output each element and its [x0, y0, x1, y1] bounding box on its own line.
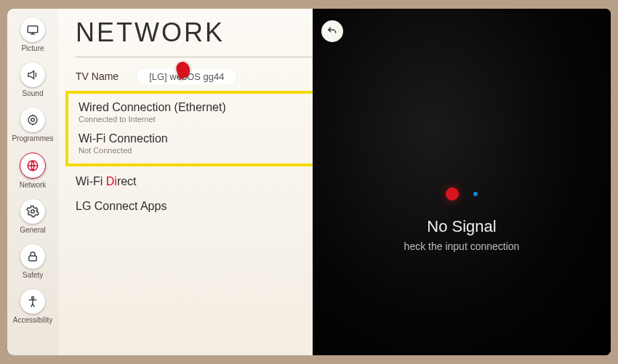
wired-connection-item[interactable]: Wired Connection (Ethernet) Connected to… — [79, 98, 327, 129]
wifi-direct-item[interactable]: Wi-Fi Direct — [76, 169, 330, 194]
svg-rect-0 — [28, 26, 38, 33]
wifi-connection-status: Not Connected — [79, 146, 327, 155]
general-icon — [20, 199, 45, 224]
lock-icon — [20, 244, 45, 269]
blue-dot-icon — [473, 192, 478, 196]
wifi-connection-item[interactable]: Wi-Fi Connection Not Connected — [79, 129, 327, 161]
sidebar-item-picture[interactable]: Picture — [11, 17, 55, 55]
sidebar-item-safety[interactable]: Safety — [11, 244, 55, 282]
wifi-direct-accent: Di — [106, 175, 117, 187]
sidebar-item-label: General — [20, 226, 46, 234]
sidebar-item-programmes[interactable]: Programmes — [11, 108, 55, 145]
video-backdrop: No Signal heck the input connection — [313, 9, 611, 355]
settings-sidebar: Picture Sound Programmes — [7, 9, 58, 355]
sidebar-item-label: Safety — [23, 271, 43, 279]
sidebar-item-general[interactable]: General — [11, 199, 55, 237]
highlight-box: Wired Connection (Ethernet) Connected to… — [65, 91, 340, 166]
wifi-direct-suffix: rect — [117, 175, 137, 187]
status-dots — [313, 187, 611, 204]
wifi-direct-prefix: Wi-Fi — [76, 175, 106, 187]
no-signal-title: No Signal — [313, 217, 611, 236]
red-dot-icon — [446, 187, 459, 201]
divider — [76, 57, 330, 57]
back-button[interactable] — [321, 20, 343, 42]
tv-name-label: TV Name — [76, 70, 119, 82]
sidebar-item-accessibility[interactable]: Accessibility — [11, 289, 55, 327]
page-title: NETWORK — [76, 17, 330, 48]
svg-rect-5 — [29, 256, 37, 261]
sidebar-item-sound[interactable]: Sound — [11, 62, 55, 100]
svg-point-4 — [31, 210, 35, 214]
sidebar-item-label: Network — [20, 181, 47, 189]
wired-connection-title: Wired Connection (Ethernet) — [79, 101, 327, 114]
sidebar-item-label: Accessibility — [13, 316, 52, 324]
tv-frame: Picture Sound Programmes — [7, 9, 611, 355]
network-icon — [20, 153, 46, 179]
sidebar-item-label: Programmes — [12, 134, 53, 142]
no-signal-sub: heck the input connection — [313, 240, 611, 252]
tv-name-row: TV Name [LG] webOS gg44 — [76, 70, 330, 82]
picture-icon — [20, 17, 45, 42]
tv-name-field[interactable]: [LG] webOS gg44 — [136, 68, 237, 86]
back-arrow-icon — [326, 25, 338, 37]
sidebar-item-network[interactable]: Network — [11, 153, 55, 192]
svg-point-2 — [31, 118, 35, 122]
sidebar-item-label: Sound — [23, 89, 44, 97]
wired-connection-status: Connected to Internet — [79, 115, 327, 124]
settings-panel: NETWORK TV Name [LG] webOS gg44 Wired Co… — [58, 9, 348, 355]
lg-connect-apps-item[interactable]: LG Connect Apps — [76, 194, 330, 219]
wifi-connection-title: Wi-Fi Connection — [79, 132, 327, 145]
accessibility-icon — [20, 289, 45, 314]
no-signal-message: No Signal heck the input connection — [313, 187, 611, 252]
sidebar-item-label: Picture — [21, 44, 44, 52]
sound-icon — [20, 62, 45, 87]
svg-point-6 — [32, 296, 34, 299]
programmes-icon — [20, 108, 45, 132]
svg-point-1 — [28, 116, 37, 124]
